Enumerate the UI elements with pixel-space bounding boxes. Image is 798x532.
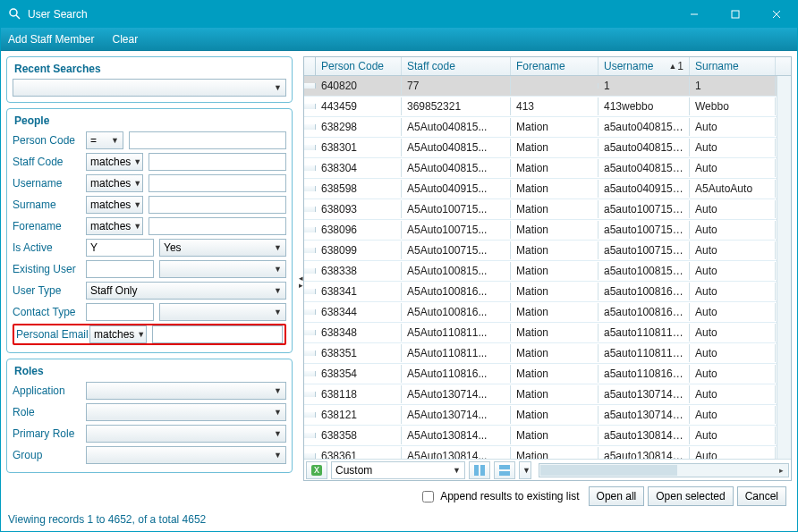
- col-staff-code[interactable]: Staff code: [402, 57, 511, 75]
- label-primary-role: Primary Role: [13, 427, 86, 440]
- label-surname: Surname: [13, 198, 86, 211]
- role-combo[interactable]: ▼: [86, 403, 286, 421]
- table-row[interactable]: 6408207711: [304, 76, 777, 97]
- label-username: Username: [13, 177, 86, 190]
- table-row[interactable]: 638358A5Auto130814...Mationa5auto1308140…: [304, 426, 777, 446]
- table-row[interactable]: 638348A5Auto110811...Mationa5auto1108111…: [304, 323, 777, 343]
- is-active-combo[interactable]: Yes▼: [159, 239, 286, 257]
- footer-buttons: Append results to existing list Open all…: [303, 481, 792, 511]
- col-username[interactable]: Username▲ 1: [598, 57, 690, 75]
- close-button[interactable]: [756, 1, 797, 28]
- append-checkbox-input[interactable]: [422, 491, 434, 502]
- minimize-button[interactable]: [674, 1, 715, 28]
- table-row[interactable]: 638093A5Auto100715...Mationa5auto1007153…: [304, 199, 777, 220]
- table-row[interactable]: 443459369852321413413webboWebbo: [304, 97, 777, 117]
- forename-input[interactable]: [149, 217, 286, 235]
- append-checkbox[interactable]: Append results to existing list: [419, 488, 579, 505]
- is-active-input[interactable]: Y: [86, 239, 154, 257]
- forename-op[interactable]: matches▼: [86, 217, 143, 235]
- open-selected-button[interactable]: Open selected: [648, 486, 733, 506]
- table-row[interactable]: 638338A5Auto100815...Mationa5auto1008154…: [304, 261, 777, 282]
- recent-searches-panel: Recent Searches ▼: [6, 56, 293, 103]
- username-op[interactable]: matches▼: [86, 174, 143, 192]
- label-is-active: Is Active: [13, 241, 86, 254]
- staff-code-input[interactable]: [149, 153, 286, 171]
- person-code-input[interactable]: [129, 131, 286, 149]
- label-application: Application: [13, 384, 86, 397]
- roles-heading: Roles: [13, 363, 286, 381]
- grid-body[interactable]: 6408207711443459369852321413413webboWebb…: [304, 76, 777, 459]
- people-panel: People Person Code =▼ Staff Code matches…: [6, 108, 293, 353]
- staff-code-op[interactable]: matches▼: [86, 153, 143, 171]
- group-combo[interactable]: ▼: [86, 446, 286, 464]
- col-forename[interactable]: Forename: [511, 57, 598, 75]
- svg-rect-9: [480, 465, 485, 476]
- table-row[interactable]: 638361A5Auto130814...Mationa5auto1308143…: [304, 446, 777, 459]
- menu-add-staff[interactable]: Add Staff Member: [8, 33, 95, 46]
- label-contact-type: Contact Type: [13, 306, 86, 318]
- label-existing-user: Existing User: [13, 263, 86, 275]
- table-row[interactable]: 638354A5Auto110816...Mationa5auto1108163…: [304, 364, 777, 384]
- table-row[interactable]: 638341A5Auto100816...Mationa5auto1008163…: [304, 282, 777, 302]
- svg-rect-11: [499, 471, 510, 476]
- people-heading: People: [13, 113, 286, 131]
- open-all-button[interactable]: Open all: [589, 486, 645, 506]
- table-row[interactable]: 638304A5Auto040815...Mationa5auto0408153…: [304, 158, 777, 179]
- label-role: Role: [13, 406, 86, 418]
- filter-pane: Recent Searches ▼ People Person Code =▼ …: [1, 51, 298, 511]
- surname-op[interactable]: matches▼: [86, 196, 143, 214]
- table-row[interactable]: 638096A5Auto100715...Mationa5auto1007154…: [304, 220, 777, 241]
- application-combo[interactable]: ▼: [86, 382, 286, 400]
- recent-searches-combo[interactable]: ▼: [13, 79, 286, 97]
- col-surname[interactable]: Surname: [690, 57, 776, 75]
- label-person-code: Person Code: [13, 134, 86, 147]
- table-row[interactable]: 638598A5Auto040915...Mationa5auto0409152…: [304, 179, 777, 199]
- person-code-op[interactable]: =▼: [86, 131, 123, 149]
- layout-combo[interactable]: Custom▼: [331, 461, 465, 479]
- sort-asc-icon: ▲ 1: [668, 60, 683, 72]
- label-forename: Forename: [13, 220, 86, 232]
- primary-role-combo[interactable]: ▼: [86, 425, 286, 443]
- personal-email-input[interactable]: [152, 325, 283, 343]
- export-button[interactable]: x: [306, 461, 327, 479]
- table-row[interactable]: 638301A5Auto040815...Mationa5auto0408151…: [304, 138, 777, 158]
- roles-panel: Roles Application▼ Role▼ Primary Role▼ G…: [6, 359, 293, 473]
- view-button-2[interactable]: [494, 461, 515, 479]
- table-row[interactable]: 638099A5Auto100715...Mationa5auto1007154…: [304, 241, 777, 261]
- existing-user-input[interactable]: [86, 260, 154, 278]
- svg-text:x: x: [314, 464, 319, 476]
- maximize-button[interactable]: [715, 1, 756, 28]
- toolbar-dropdown[interactable]: ▼: [519, 461, 531, 479]
- personal-email-op[interactable]: matches▼: [89, 325, 147, 343]
- label-group: Group: [13, 449, 86, 461]
- table-row[interactable]: 638298A5Auto040815...Mationa5auto0408151…: [304, 117, 777, 138]
- results-grid: Person Code Staff code Forename Username…: [303, 56, 792, 481]
- titlebar: User Search: [1, 1, 797, 28]
- horizontal-scrollbar[interactable]: ◂▸: [539, 463, 789, 477]
- grid-toolbar: x Custom▼ ▼ ◂▸: [304, 459, 791, 480]
- table-row[interactable]: 638121A5Auto130714...Mationa5auto1307143…: [304, 405, 777, 426]
- existing-user-combo[interactable]: ▼: [159, 260, 286, 278]
- contact-type-input[interactable]: [86, 303, 154, 321]
- recent-heading: Recent Searches: [13, 61, 286, 79]
- contact-type-combo[interactable]: ▼: [159, 303, 286, 321]
- surname-input[interactable]: [149, 196, 286, 214]
- menu-clear[interactable]: Clear: [113, 33, 139, 46]
- table-row[interactable]: 638351A5Auto110811...Mationa5auto1108111…: [304, 343, 777, 364]
- username-input[interactable]: [149, 174, 286, 192]
- view-button-1[interactable]: [469, 461, 490, 479]
- vertical-scrollbar[interactable]: [777, 76, 791, 459]
- grid-header: Person Code Staff code Forename Username…: [304, 57, 791, 76]
- svg-rect-10: [499, 465, 510, 469]
- cancel-button[interactable]: Cancel: [737, 486, 786, 506]
- svg-point-0: [10, 9, 17, 16]
- col-person-code[interactable]: Person Code: [316, 57, 402, 75]
- svg-rect-3: [732, 11, 739, 18]
- table-row[interactable]: 638344A5Auto100816...Mationa5auto1008164…: [304, 302, 777, 323]
- status-bar: Viewing records 1 to 4652, of a total 46…: [1, 511, 797, 531]
- label-user-type: User Type: [13, 284, 86, 297]
- table-row[interactable]: 638118A5Auto130714...Mationa5auto1307143…: [304, 384, 777, 405]
- user-type-combo[interactable]: Staff Only▼: [86, 282, 286, 300]
- chevron-down-icon: ▼: [274, 83, 282, 92]
- app-icon: [8, 7, 22, 21]
